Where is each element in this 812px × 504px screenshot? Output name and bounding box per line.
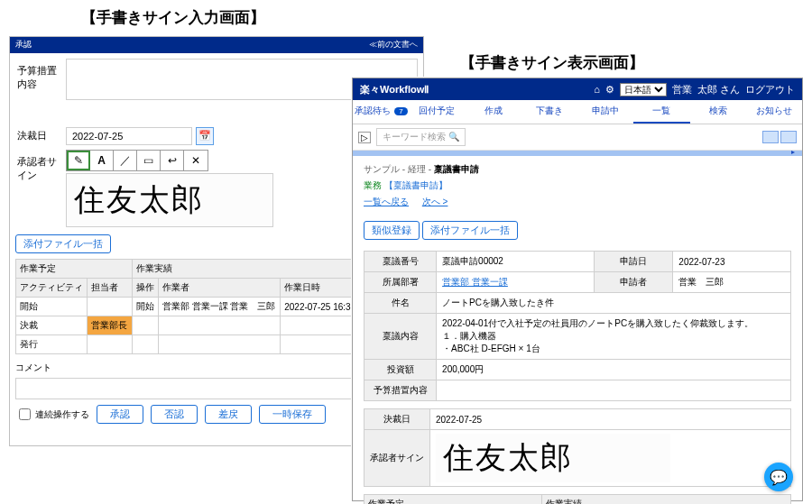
chip-a-icon[interactable] (762, 131, 779, 143)
gear-icon[interactable]: ⚙ (605, 84, 614, 96)
tab-apply[interactable]: 申請中 (577, 100, 633, 124)
sched-header-plan: 作業予定 (16, 260, 133, 279)
calendar-icon[interactable]: 📅 (196, 127, 214, 145)
save-button[interactable]: 一時保存 (259, 405, 326, 424)
caption-left: 【手書きサイン入力画面】 (81, 7, 265, 28)
next-link[interactable]: 次へ > (422, 197, 448, 206)
signature-canvas[interactable]: 住友太郎 (66, 173, 273, 227)
decision-date-input[interactable]: 2022-07-25 (66, 127, 192, 145)
brand-logo: 楽々WorkflowⅡ (360, 83, 429, 96)
col-owner: 担当者 (88, 279, 132, 298)
tab-search[interactable]: 検索 (690, 100, 746, 124)
undo-icon[interactable]: ↩ (161, 151, 184, 170)
text-icon[interactable]: A (90, 151, 114, 170)
logout-link[interactable]: ログアウト (745, 83, 795, 96)
user-seg-1: 営業 (672, 83, 692, 96)
similar-register-button[interactable]: 類似登録 (364, 221, 420, 240)
decision-table: 決裁日 2022-07-25 承認者サイン 住友太郎 (364, 408, 791, 487)
chip-b-icon[interactable] (780, 131, 797, 143)
view-toggle[interactable] (762, 131, 797, 143)
decision-date-label: 決裁日 (15, 124, 66, 148)
language-select[interactable]: 日本語 (620, 83, 667, 96)
col-worker: 作業者 (158, 279, 280, 298)
tab-approval[interactable]: 承認待ち 7 (353, 100, 409, 124)
budget-label: 予算措置内容 (15, 59, 66, 100)
tab-create[interactable]: 作成 (466, 100, 521, 124)
tab-draft[interactable]: 下書き (521, 100, 577, 124)
signature-display: 住友太郎 (436, 434, 670, 482)
prev-doc-link[interactable]: ≪前の文書へ (369, 39, 418, 51)
repeat-checkbox[interactable]: 連続操作する (15, 406, 89, 423)
signature-toolbar: ✎ A ／ ▭ ↩ ✕ (66, 150, 208, 171)
tab-news[interactable]: お知らせ (746, 100, 802, 124)
nav-tabs: 承認待ち 7 回付予定 作成 下書き 申請中 一覧 検索 お知らせ (353, 100, 802, 124)
attachment-bulk-link[interactable]: 添付ファイル一括 (15, 234, 111, 253)
approval-badge: 7 (394, 107, 407, 115)
return-button[interactable]: 差戻 (205, 405, 252, 424)
user-seg-2: 太郎 さん (697, 83, 740, 96)
pencil-icon[interactable]: ✎ (67, 151, 90, 170)
left-title: 承認 (15, 39, 32, 51)
request-info-table: 稟議番号 稟議申請00002 申請日 2022-07-23 所属部署 営業部 営… (364, 251, 791, 401)
reject-button[interactable]: 否認 (151, 405, 198, 424)
col-op: 操作 (132, 279, 158, 298)
close-icon[interactable]: ✕ (184, 151, 208, 170)
expand-icon[interactable]: ▷ (358, 132, 371, 143)
line-icon[interactable]: ／ (114, 151, 137, 170)
tab-list[interactable]: 一覧 (633, 100, 689, 124)
progress-strip: ▸ (353, 151, 802, 156)
workflow-table-right: 作業予定 作業実績 アクティビティ 担当者 操作 作業者 作業日時 コメント (364, 494, 791, 504)
request-content: 2022-04-01付で入社予定の社員用のノートPCを購入致したく仰裁致します。… (437, 314, 791, 360)
owner-highlight: 営業部長 (88, 316, 132, 335)
app-header: 楽々WorkflowⅡ ⌂ ⚙ 日本語 営業 太郎 さん ログアウト (353, 78, 802, 100)
signature-display-text: 住友太郎 (443, 437, 573, 479)
signature-text: 住友太郎 (74, 179, 204, 221)
tab-circulate[interactable]: 回付予定 (409, 100, 465, 124)
dept-link[interactable]: 営業部 営業一課 (442, 277, 508, 287)
approve-button[interactable]: 承認 (97, 405, 143, 424)
back-to-list-link[interactable]: 一覧へ戻る (364, 197, 409, 206)
home-icon[interactable]: ⌂ (594, 84, 600, 95)
repeat-checkbox-input[interactable] (19, 408, 31, 420)
display-screen-panel: 楽々WorkflowⅡ ⌂ ⚙ 日本語 営業 太郎 さん ログアウト 承認待ち … (352, 78, 803, 501)
doc-type-tag: 業務 【稟議書申請】 (364, 179, 791, 192)
col-activity: アクティビティ (16, 279, 88, 298)
keyword-search-input[interactable]: キーワード検索 🔍 (376, 128, 466, 146)
eraser-icon[interactable]: ▭ (137, 151, 161, 170)
caption-right: 【手書きサイン表示画面】 (460, 52, 644, 73)
breadcrumb: サンプル - 経理 - 稟議書申請 (364, 163, 791, 176)
chat-bubble-icon[interactable]: 💬 (764, 463, 793, 491)
signature-label: 承認者サイン (15, 150, 66, 188)
left-titlebar: 承認 ≪前の文書へ (10, 37, 423, 53)
attachment-bulk-button[interactable]: 添付ファイル一括 (422, 221, 518, 240)
